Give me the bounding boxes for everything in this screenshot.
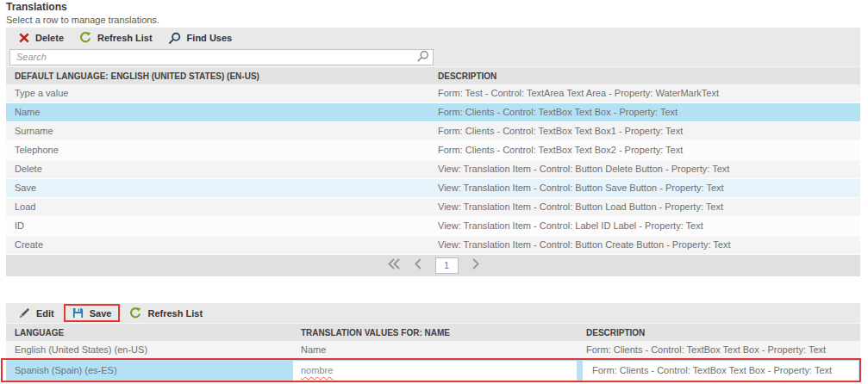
pencil-icon (19, 307, 30, 319)
row-value: Load (6, 198, 429, 216)
row-description: View: Translation Item - Control: Button… (429, 198, 860, 216)
row-value: Delete (6, 160, 429, 178)
pagination-bar: 1 (6, 255, 860, 276)
row-value: ID (6, 217, 429, 235)
table-row-save[interactable]: Save View: Translation Item - Control: B… (6, 179, 860, 198)
row-value: Name (6, 103, 429, 121)
refresh-icon (79, 32, 91, 44)
next-page-button[interactable] (471, 257, 480, 274)
table-row-type-a-value[interactable]: Type a value Form: Test - Control: TextA… (6, 84, 860, 103)
search-icon[interactable] (416, 50, 429, 66)
chevron-left-icon (414, 257, 422, 274)
edit-button-label: Edit (36, 308, 54, 319)
table-row-name-selected[interactable]: Name Form: Clients - Control: TextBox Te… (6, 103, 860, 122)
previous-page-button[interactable] (414, 257, 422, 274)
refresh-list-bottom-label: Refresh List (147, 308, 203, 319)
row-value: Create (6, 236, 429, 254)
search-field-wrap (9, 48, 434, 65)
column-header-description[interactable]: DESCRIPTION (578, 324, 645, 342)
edit-button[interactable]: Edit (11, 305, 62, 321)
table-row-telephone[interactable]: Telephone Form: Clients - Control: TextB… (6, 141, 860, 160)
table-row-load[interactable]: Load View: Translation Item - Control: B… (6, 198, 860, 217)
column-header-default-language[interactable]: DEFAULT LANGUAGE: ENGLISH (UNITED STATES… (6, 67, 259, 85)
table-row-english[interactable]: English (United States) (en-US) Name For… (6, 341, 860, 359)
top-table-header: DEFAULT LANGUAGE: ENGLISH (UNITED STATES… (6, 66, 860, 84)
table-row-surname[interactable]: Surname Form: Clients - Control: TextBox… (6, 122, 860, 141)
row-description: Form: Clients - Control: TextBox Text Bo… (429, 122, 860, 140)
row-value: Save (6, 179, 429, 197)
row-description: Form: Clients - Control: TextBox Text Bo… (429, 141, 860, 159)
table-row-create[interactable]: Create View: Translation Item - Control:… (6, 236, 860, 255)
top-toolbar-panel: Delete Refresh List Find Uses (6, 28, 860, 66)
delete-button-label: Delete (35, 33, 64, 43)
floppy-disk-icon (72, 307, 84, 319)
double-chevron-left-icon (387, 257, 401, 274)
save-button-annotation-rectangle: Save (64, 304, 121, 322)
row-description: View: Translation Item - Control: Button… (429, 179, 860, 197)
row-description: Form: Test - Control: TextArea Text Area… (429, 84, 860, 102)
row-description: Form: Clients - Control: TextBox Text Bo… (583, 361, 859, 381)
translations-page: Translations Select a row to manage tran… (0, 0, 868, 384)
row-description: Form: Clients - Control: TextBox Text Bo… (578, 341, 860, 358)
translation-value-edit-field[interactable]: nombre (293, 361, 577, 381)
column-header-description[interactable]: DESCRIPTION (429, 67, 496, 85)
search-input[interactable] (9, 49, 434, 65)
table-row-spanish-selected[interactable]: Spanish (Spain) (es-ES) nombre Form: Cli… (6, 359, 860, 382)
refresh-list-button-bottom[interactable]: Refresh List (122, 305, 210, 322)
column-header-translation-values[interactable]: TRANSLATION VALUES FOR: NAME (292, 324, 450, 342)
refresh-list-button[interactable]: Refresh List (72, 29, 160, 46)
find-uses-magnifier-icon (168, 32, 181, 45)
row-value: Surname (6, 122, 429, 140)
row-language: English (United States) (en-US) (6, 341, 292, 358)
table-row-delete[interactable]: Delete View: Translation Item - Control:… (6, 160, 860, 179)
top-toolbar: Delete Refresh List Find Uses (6, 28, 860, 48)
refresh-list-label: Refresh List (97, 33, 153, 43)
refresh-icon (129, 307, 141, 319)
row-description: View: Translation Item - Control: Button… (429, 236, 860, 254)
save-button-label: Save (90, 308, 112, 319)
page-subtitle: Select a row to manage translations. (6, 15, 159, 25)
row-description: View: Translation Item - Control: Label … (429, 217, 860, 235)
row-language: Spanish (Spain) (es-ES) (6, 359, 292, 382)
delete-x-icon (19, 33, 29, 43)
chevron-right-icon (471, 257, 480, 274)
delete-button[interactable]: Delete (11, 30, 72, 46)
row-value: Type a value (6, 84, 429, 102)
column-header-language[interactable]: LANGUAGE (6, 324, 64, 342)
bottom-table-header: LANGUAGE TRANSLATION VALUES FOR: NAME DE… (6, 323, 860, 341)
translation-value-text: nombre (301, 365, 333, 375)
page-title: Translations (6, 1, 67, 13)
page-number-box[interactable]: 1 (435, 257, 459, 274)
row-value: Name (292, 341, 578, 358)
table-row-id[interactable]: ID View: Translation Item - Control: Lab… (6, 217, 860, 236)
first-page-button[interactable] (387, 257, 401, 274)
row-description: View: Translation Item - Control: Button… (429, 160, 860, 178)
save-button[interactable]: Save (66, 306, 119, 320)
top-table-body: Type a value Form: Test - Control: TextA… (6, 84, 860, 255)
row-description: Form: Clients - Control: TextBox Text Bo… (429, 103, 860, 121)
bottom-table-body: English (United States) (en-US) Name For… (6, 341, 860, 359)
find-uses-button[interactable]: Find Uses (160, 29, 240, 47)
find-uses-label: Find Uses (187, 33, 233, 43)
bottom-toolbar: Edit Save Refresh List (6, 303, 860, 323)
row-value: Telephone (6, 141, 429, 159)
